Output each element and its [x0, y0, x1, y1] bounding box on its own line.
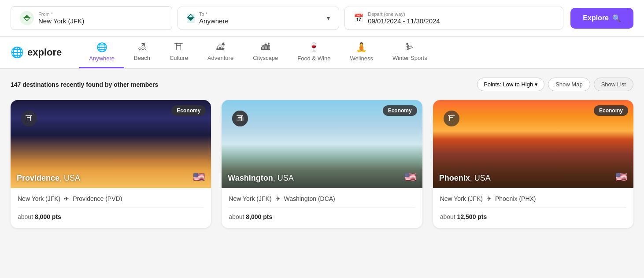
nav-tab-adventure[interactable]: 🏕 Adventure	[198, 37, 243, 68]
card-body-phoenix: New York (JFK) ✈ Phoenix (PHX) about 12,…	[433, 188, 633, 228]
to-value: Anywhere	[199, 17, 229, 25]
adventure-icon: 🏕	[216, 42, 225, 52]
logo-text: explore	[27, 47, 62, 58]
nav-tab-culture[interactable]: ⛩ Culture	[160, 37, 198, 68]
route-arrow-icon: ✈	[275, 195, 281, 202]
flag-providence: 🇺🇸	[193, 171, 205, 183]
card-route-washington: New York (JFK) ✈ Washington (DCA)	[229, 195, 415, 208]
svg-marker-3	[188, 18, 194, 21]
explore-button[interactable]: Explore 🔍	[570, 8, 633, 29]
route-to-providence: Providence (PVD)	[73, 195, 122, 202]
results-controls: Points: Low to High ▾ Show Map Show List	[477, 78, 633, 91]
card-image-phoenix: ⛩ Economy Phoenix, USA 🇺🇸	[433, 100, 633, 188]
nav-tab-wellness[interactable]: 🧘 Wellness	[340, 37, 383, 68]
route-arrow-icon: ✈	[64, 195, 69, 202]
from-icon	[20, 11, 34, 25]
wellness-icon: 🧘	[356, 42, 367, 52]
to-field[interactable]: To * Anywhere ▾	[178, 7, 339, 30]
nav-tab-label-food-wine: Food & Wine	[297, 55, 330, 62]
search-bar: From * New York (JFK) To * Anywhere ▾ 📅 …	[0, 0, 644, 37]
route-from-washington: New York (JFK)	[229, 195, 271, 202]
from-label: From *	[38, 11, 84, 17]
route-arrow-icon: ✈	[486, 195, 492, 202]
date-field[interactable]: 📅 Depart (one way) 09/01/2024 - 11/30/20…	[344, 7, 563, 30]
route-to-washington: Washington (DCA)	[284, 195, 335, 202]
main-content: 147 destinations recently found by other…	[0, 69, 644, 237]
nav-tab-winter-sports[interactable]: ⛷ Winter Sports	[383, 37, 437, 68]
to-icon	[187, 14, 195, 23]
results-count: 147 destinations recently found by other…	[11, 81, 158, 88]
city-label-phoenix: Phoenix, USA	[439, 174, 491, 183]
nav-tab-anywhere[interactable]: 🌐 Anywhere	[79, 37, 124, 68]
category-icon: ⛩	[21, 111, 37, 126]
culture-icon: ⛩	[174, 42, 183, 52]
food-wine-icon: 🍷	[308, 42, 319, 52]
to-field-text: To * Anywhere	[199, 11, 229, 25]
anywhere-icon: 🌐	[96, 42, 107, 52]
cityscape-icon: 🏙	[261, 42, 270, 52]
date-value: 09/01/2024 - 11/30/2024	[368, 17, 440, 25]
nav-tab-label-winter-sports: Winter Sports	[392, 55, 427, 61]
chevron-down-icon: ▾	[327, 15, 330, 22]
economy-badge-washington: Economy	[383, 105, 417, 116]
category-icon: ⛩	[232, 111, 248, 126]
search-icon: 🔍	[612, 14, 621, 22]
destination-cards: ⛩ Economy Providence, USA 🇺🇸 New York (J…	[11, 100, 633, 228]
nav-tab-beach[interactable]: 🏖 Beach	[124, 37, 160, 68]
route-from-phoenix: New York (JFK)	[440, 195, 483, 202]
nav-tab-label-adventure: Adventure	[207, 55, 233, 61]
route-from-providence: New York (JFK)	[18, 195, 60, 202]
category-icon: ⛩	[444, 111, 459, 126]
date-field-text: Depart (one way) 09/01/2024 - 11/30/2024	[368, 11, 440, 25]
nav-tab-label-culture: Culture	[170, 55, 188, 61]
sort-chevron-icon: ▾	[535, 81, 538, 88]
card-image-providence: ⛩ Economy Providence, USA 🇺🇸	[11, 100, 211, 188]
nav-tab-cityscape[interactable]: 🏙 Cityscape	[243, 37, 288, 68]
card-price-providence: about 8,000 pts	[18, 213, 204, 220]
sort-label: Points: Low to High	[484, 81, 533, 88]
date-label: Depart (one way)	[368, 11, 440, 17]
from-field-text: From * New York (JFK)	[38, 11, 84, 25]
calendar-icon: 📅	[354, 13, 363, 23]
nav-tab-label-beach: Beach	[134, 55, 150, 61]
to-label: To *	[199, 11, 229, 17]
city-label-providence: Providence, USA	[17, 174, 80, 183]
destination-card-providence[interactable]: ⛩ Economy Providence, USA 🇺🇸 New York (J…	[11, 100, 211, 228]
city-label-washington: Washington, USA	[228, 174, 293, 183]
svg-marker-0	[24, 15, 30, 18]
card-body-providence: New York (JFK) ✈ Providence (PVD) about …	[11, 188, 211, 228]
card-route-providence: New York (JFK) ✈ Providence (PVD)	[18, 195, 204, 208]
logo: 🌐 explore	[11, 39, 72, 66]
card-price-phoenix: about 12,500 pts	[440, 213, 626, 220]
category-nav: 🌐 Anywhere 🏖 Beach ⛩ Culture 🏕 Adventure…	[79, 37, 437, 68]
from-field[interactable]: From * New York (JFK)	[11, 6, 172, 30]
card-body-washington: New York (JFK) ✈ Washington (DCA) about …	[222, 188, 422, 228]
route-to-phoenix: Phoenix (PHX)	[495, 195, 536, 202]
card-price-washington: about 8,000 pts	[229, 213, 415, 220]
economy-badge-phoenix: Economy	[594, 105, 628, 116]
svg-marker-1	[24, 18, 30, 21]
show-map-button[interactable]: Show Map	[548, 78, 590, 91]
logo-icon: 🌐	[11, 46, 24, 59]
nav-tab-label-anywhere: Anywhere	[89, 55, 115, 62]
nav-tab-label-cityscape: Cityscape	[253, 55, 278, 61]
nav-tab-food-wine[interactable]: 🍷 Food & Wine	[288, 37, 340, 68]
show-list-button[interactable]: Show List	[594, 78, 633, 91]
sort-button[interactable]: Points: Low to High ▾	[477, 78, 544, 91]
card-route-phoenix: New York (JFK) ✈ Phoenix (PHX)	[440, 195, 626, 208]
flag-washington: 🇺🇸	[404, 171, 416, 183]
flag-phoenix: 🇺🇸	[615, 171, 627, 183]
destination-card-phoenix[interactable]: ⛩ Economy Phoenix, USA 🇺🇸 New York (JFK)…	[433, 100, 633, 228]
card-image-washington: 🏙⛩ Economy Washington, USA 🇺🇸	[222, 100, 422, 188]
beach-icon: 🏖	[138, 42, 147, 52]
from-value: New York (JFK)	[38, 17, 84, 25]
nav-bar: 🌐 explore 🌐 Anywhere 🏖 Beach ⛩ Culture 🏕…	[0, 37, 644, 69]
results-header: 147 destinations recently found by other…	[11, 78, 633, 91]
economy-badge-providence: Economy	[171, 105, 206, 116]
svg-marker-2	[188, 14, 194, 17]
nav-tab-label-wellness: Wellness	[350, 55, 373, 62]
winter-sports-icon: ⛷	[405, 42, 414, 52]
destination-card-washington[interactable]: 🏙⛩ Economy Washington, USA 🇺🇸 New York (…	[222, 100, 422, 228]
